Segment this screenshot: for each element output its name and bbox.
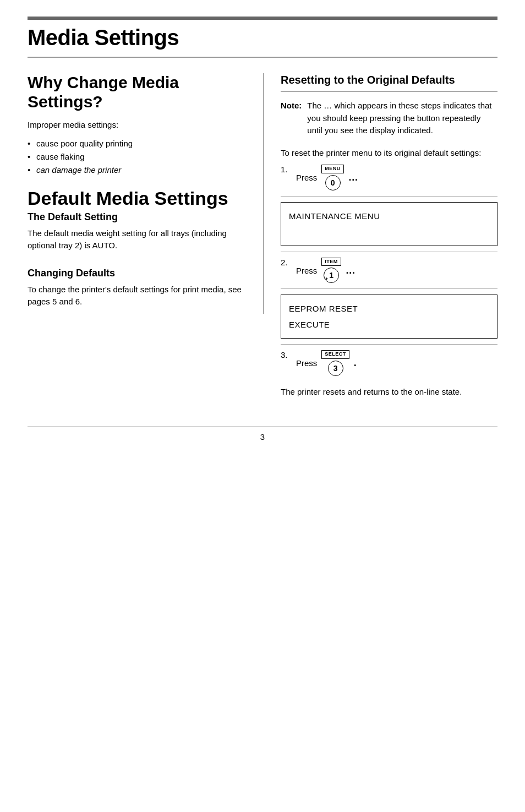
page-number: 3 bbox=[260, 432, 265, 442]
changing-defaults-section: Changing Defaults To change the printer'… bbox=[28, 268, 247, 308]
page-header: Media Settings bbox=[28, 17, 497, 58]
display-box-2: EEPROM RESET EXECUTE bbox=[281, 295, 497, 339]
two-column-layout: Why Change Media Settings? Improper medi… bbox=[28, 73, 497, 404]
sep-2 bbox=[281, 252, 497, 252]
step-2-press: Press bbox=[296, 266, 317, 275]
step-3-button-box: SELECT 3 bbox=[321, 350, 349, 376]
reset-intro-text: To reset the printer menu to its origina… bbox=[281, 147, 497, 160]
page-footer: 3 bbox=[28, 426, 497, 442]
step-3-period: . bbox=[354, 357, 357, 369]
bullet-item-1: cause poor quality printing bbox=[28, 137, 247, 150]
step-3-content: Press SELECT 3 . bbox=[296, 350, 357, 376]
changing-defaults-text: To change the printer's default settings… bbox=[28, 284, 247, 308]
display-box-1: MAINTENANCE MENU bbox=[281, 202, 497, 246]
step-2-ellipsis: … bbox=[346, 265, 357, 276]
why-change-title: Why Change Media Settings? bbox=[28, 73, 247, 111]
step-1-row: 1. Press MENU 0 … bbox=[281, 165, 497, 190]
display-line-1b bbox=[289, 224, 489, 240]
step-2-number: 2. bbox=[281, 258, 296, 267]
left-column: Why Change Media Settings? Improper medi… bbox=[28, 73, 264, 314]
default-media-title: Default Media Settings bbox=[28, 188, 247, 209]
display-line-2b: EXECUTE bbox=[289, 317, 489, 333]
note-text: The … which appears in these steps indic… bbox=[307, 100, 497, 137]
display-line-2a: EEPROM RESET bbox=[289, 301, 489, 317]
step-2-row: 2. Press ITEM 1 … bbox=[281, 258, 497, 284]
step-1-press: Press bbox=[296, 173, 317, 182]
note-label: Note: bbox=[281, 100, 302, 137]
step-2-button-box: ITEM 1 bbox=[321, 258, 341, 284]
step-2-button-circle: 1 bbox=[324, 268, 339, 283]
step-1-button-circle: 0 bbox=[325, 175, 341, 190]
intro-text: Improper media settings: bbox=[28, 119, 247, 132]
page-title: Media Settings bbox=[28, 25, 497, 50]
display-line-1: MAINTENANCE MENU bbox=[289, 208, 489, 224]
step-1-button-box: MENU 0 bbox=[321, 165, 344, 190]
the-default-setting-title: The Default Setting bbox=[28, 211, 247, 223]
resetting-title: Resetting to the Original Defaults bbox=[281, 73, 497, 92]
sep-1 bbox=[281, 196, 497, 197]
bullet-item-3: can damage the printer bbox=[28, 164, 247, 177]
step-2-button-label: ITEM bbox=[321, 258, 341, 266]
step-1-number: 1. bbox=[281, 165, 296, 174]
final-text: The printer resets and returns to the on… bbox=[281, 386, 497, 399]
changing-defaults-title: Changing Defaults bbox=[28, 268, 247, 279]
sep-4 bbox=[281, 344, 497, 345]
step-3-press: Press bbox=[296, 358, 317, 368]
step-3-button-label: SELECT bbox=[321, 350, 349, 359]
default-setting-text: The default media weight setting for all… bbox=[28, 227, 247, 252]
step-1-button-label: MENU bbox=[321, 165, 344, 173]
step-3-number: 3. bbox=[281, 350, 296, 359]
right-column: Resetting to the Original Defaults Note:… bbox=[264, 73, 497, 404]
step-3-button-circle: 3 bbox=[328, 361, 343, 376]
bullet-list: cause poor quality printing cause flakin… bbox=[28, 137, 247, 177]
step-3-row: 3. Press SELECT 3 . bbox=[281, 350, 497, 376]
bullet-item-2: cause flaking bbox=[28, 150, 247, 164]
step-1-content: Press MENU 0 … bbox=[296, 165, 359, 190]
step-2-content: Press ITEM 1 … bbox=[296, 258, 357, 284]
note-block: Note: The … which appears in these steps… bbox=[281, 100, 497, 137]
step-1-ellipsis: … bbox=[348, 172, 359, 183]
sep-3 bbox=[281, 288, 497, 289]
